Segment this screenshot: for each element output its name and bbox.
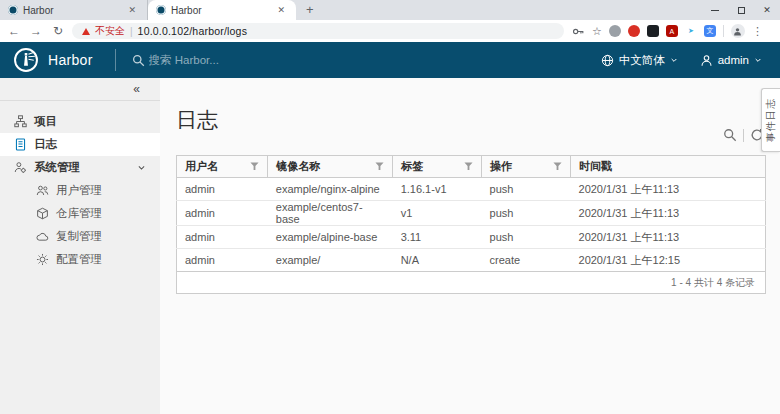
column-header-username[interactable]: 用户名 xyxy=(177,156,268,178)
window-minimize-button[interactable] xyxy=(702,0,728,20)
actions-divider xyxy=(743,129,744,142)
cell-image-name: example/alpine-base xyxy=(268,226,393,249)
cell-username: admin xyxy=(177,201,268,226)
filter-funnel-icon[interactable] xyxy=(553,162,562,171)
sidebar-item-user-management[interactable]: 用户管理 xyxy=(0,179,160,202)
language-label: 中文简体 xyxy=(619,53,665,68)
administration-icon xyxy=(14,161,27,174)
harbor-header: Harbor 中文简体 admin xyxy=(0,42,780,78)
table-row[interactable]: admin example/centos7-base v1 push 2020/… xyxy=(177,201,766,226)
window-maximize-button[interactable] xyxy=(728,0,754,20)
chevron-down-icon xyxy=(137,163,146,172)
table-header-row: 用户名 镜像名称 标签 操作 时间戳 xyxy=(177,156,766,178)
forward-icon[interactable]: → xyxy=(28,24,44,38)
back-icon[interactable]: ← xyxy=(6,24,22,38)
language-menu[interactable]: 中文简体 xyxy=(601,53,678,68)
sidebar-nav: 项目 日志 系统管理 用户管理 仓库管理 复制管理 xyxy=(0,101,160,271)
cell-tag: N/A xyxy=(393,249,482,272)
url-text[interactable]: 10.0.0.102/harbor/logs xyxy=(138,25,247,37)
window-close-button[interactable]: ✕ xyxy=(754,0,780,20)
globe-icon xyxy=(601,54,614,67)
sidebar-item-replication-management[interactable]: 复制管理 xyxy=(0,225,160,248)
bookmark-star-icon[interactable]: ☆ xyxy=(592,25,602,38)
event-log-side-tab[interactable]: 事件日志 xyxy=(761,88,780,152)
browser-tab-2-active[interactable]: Harbor ✕ xyxy=(148,0,296,20)
extension-icon-translate[interactable]: 文 xyxy=(704,25,716,37)
cell-image-name: example/nginx-alpine xyxy=(268,178,393,201)
column-header-image-name[interactable]: 镜像名称 xyxy=(268,156,393,178)
extension-icon-gray[interactable] xyxy=(609,25,621,37)
projects-icon xyxy=(14,115,27,128)
tab-close-icon[interactable]: ✕ xyxy=(274,4,288,16)
cell-image-name: example/centos7-base xyxy=(268,201,393,226)
cell-username: admin xyxy=(177,226,268,249)
filter-search-icon[interactable] xyxy=(723,128,737,142)
cell-timestamp: 2020/1/31 上午11:13 xyxy=(571,226,766,249)
chevron-down-icon xyxy=(670,56,678,64)
brand-title: Harbor xyxy=(48,52,93,68)
window-controls: ✕ xyxy=(702,0,780,20)
user-menu[interactable]: admin xyxy=(700,54,762,67)
column-header-timestamp[interactable]: 时间戳 xyxy=(571,156,766,178)
search-icon xyxy=(132,54,145,67)
cell-operation: push xyxy=(482,178,571,201)
page-title: 日志 xyxy=(176,106,766,134)
extension-icon-pdf[interactable]: A xyxy=(666,25,678,37)
sidebar-item-label: 系统管理 xyxy=(34,160,80,175)
harbor-favicon xyxy=(156,5,166,15)
user-icon xyxy=(700,54,713,67)
key-icon[interactable] xyxy=(572,25,585,38)
browser-toolbar: ← → ↻ 不安全 | 10.0.0.102/harbor/logs ☆ A ➤… xyxy=(0,20,780,42)
users-icon xyxy=(36,184,49,197)
cell-operation: push xyxy=(482,226,571,249)
extension-icon-paper-plane[interactable]: ➤ xyxy=(685,25,697,37)
record-count-label: 1 - 4 共计 4 条记录 xyxy=(671,276,755,290)
filter-funnel-icon[interactable] xyxy=(375,162,384,171)
sidebar-item-label: 复制管理 xyxy=(56,229,102,244)
sidebar-item-registry-management[interactable]: 仓库管理 xyxy=(0,202,160,225)
harbor-favicon xyxy=(8,5,18,15)
tab-close-icon[interactable]: ✕ xyxy=(125,4,139,16)
filter-funnel-icon[interactable] xyxy=(464,162,473,171)
sidebar-item-label: 仓库管理 xyxy=(56,206,102,221)
cell-operation: push xyxy=(482,201,571,226)
gear-icon xyxy=(36,253,49,266)
header-right-menus: 中文简体 admin xyxy=(601,53,762,68)
cell-username: admin xyxy=(177,249,268,272)
sidebar-collapse-button[interactable]: « xyxy=(133,82,140,96)
cell-tag: 3.11 xyxy=(393,226,482,249)
search-input[interactable] xyxy=(149,54,409,66)
cell-timestamp: 2020/1/31 上午11:13 xyxy=(571,201,766,226)
toolbar-right-icons: ☆ A ➤ 文 ⋮ xyxy=(572,24,763,38)
extension-icon-black-square[interactable] xyxy=(647,25,659,37)
new-tab-button[interactable]: + xyxy=(296,0,324,20)
sidebar-item-administration[interactable]: 系统管理 xyxy=(0,156,160,179)
sidebar-item-configuration-management[interactable]: 配置管理 xyxy=(0,248,160,271)
table-row[interactable]: admin example/nginx-alpine 1.16.1-v1 pus… xyxy=(177,178,766,201)
browser-tab-1[interactable]: Harbor ✕ xyxy=(0,0,148,20)
sidebar-item-projects[interactable]: 项目 xyxy=(0,110,160,133)
warning-triangle-icon xyxy=(82,28,90,35)
omnibox-divider: | xyxy=(130,26,133,37)
column-header-tag[interactable]: 标签 xyxy=(393,156,482,178)
extension-icon-red-circle[interactable] xyxy=(628,25,640,37)
reload-icon[interactable]: ↻ xyxy=(50,24,66,38)
datagrid-actions xyxy=(723,128,764,142)
harbor-logo-icon[interactable] xyxy=(13,47,39,73)
profile-avatar[interactable] xyxy=(731,24,745,38)
replication-cloud-icon xyxy=(36,230,49,243)
address-bar[interactable]: 不安全 | 10.0.0.102/harbor/logs xyxy=(72,23,564,39)
chrome-menu-icon[interactable]: ⋮ xyxy=(752,25,763,38)
chevron-down-icon xyxy=(754,56,762,64)
sidebar-item-logs[interactable]: 日志 xyxy=(0,133,160,156)
security-warning-label[interactable]: 不安全 xyxy=(95,24,125,38)
column-header-operation[interactable]: 操作 xyxy=(482,156,571,178)
global-search[interactable] xyxy=(132,54,601,67)
toolbar-divider xyxy=(723,25,724,37)
filter-funnel-icon[interactable] xyxy=(250,162,259,171)
table-pagination: 1 - 4 共计 4 条记录 xyxy=(176,272,766,294)
table-row[interactable]: admin example/alpine-base 3.11 push 2020… xyxy=(177,226,766,249)
cell-timestamp: 2020/1/31 上午11:13 xyxy=(571,178,766,201)
table-row[interactable]: admin example/ N/A create 2020/1/31 上午12… xyxy=(177,249,766,272)
sidebar-item-label: 用户管理 xyxy=(56,183,102,198)
